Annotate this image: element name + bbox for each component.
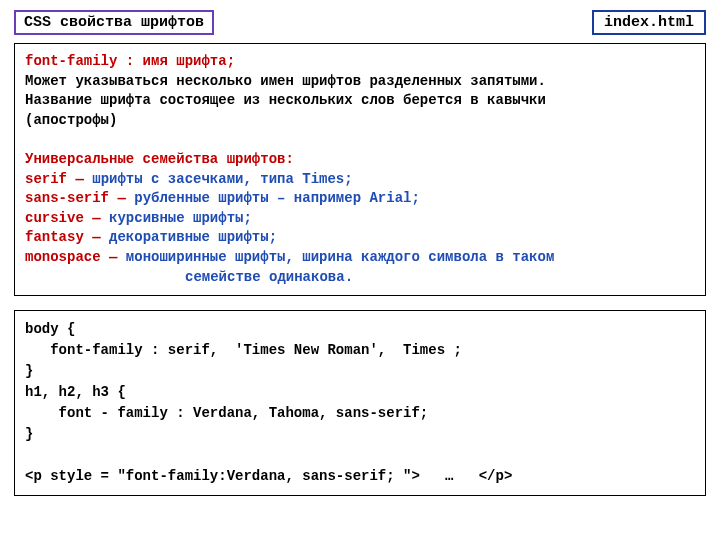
family-desc: шрифты с засечками, типа Times; bbox=[92, 171, 352, 187]
family-row: fantasy — декоративные шрифты; bbox=[25, 228, 695, 248]
dash: — bbox=[109, 190, 134, 206]
families-heading: Универсальные семейства шрифтов: bbox=[25, 150, 695, 170]
header-row: CSS свойства шрифтов index.html bbox=[14, 10, 706, 35]
family-row: cursive — курсивные шрифты; bbox=[25, 209, 695, 229]
family-row: monospace — моноширинные шрифты, ширина … bbox=[25, 248, 695, 268]
family-desc: моноширинные шрифты, ширина каждого симв… bbox=[126, 249, 554, 265]
description-box: font-family : имя шрифта; Может указыват… bbox=[14, 43, 706, 296]
code-example-box: body { font-family : serif, 'Times New R… bbox=[14, 310, 706, 496]
dash: — bbox=[84, 229, 109, 245]
family-desc: курсивные шрифты; bbox=[109, 210, 252, 226]
dash: — bbox=[84, 210, 109, 226]
family-desc: декоративные шрифты; bbox=[109, 229, 277, 245]
family-desc: рубленные шрифты – например Arial; bbox=[134, 190, 420, 206]
family-name: monospace bbox=[25, 249, 101, 265]
dash: — bbox=[67, 171, 92, 187]
family-desc-cont: семействе одинакова. bbox=[25, 268, 353, 288]
page-title: CSS свойства шрифтов bbox=[14, 10, 214, 35]
filename-label: index.html bbox=[592, 10, 706, 35]
property-syntax: font-family : имя шрифта; bbox=[25, 53, 235, 69]
family-name: fantasy bbox=[25, 229, 84, 245]
family-row: serif — шрифты с засечками, типа Times; bbox=[25, 170, 695, 190]
desc-line: (апострофы) bbox=[25, 111, 695, 131]
dash: — bbox=[101, 249, 126, 265]
desc-line: Может указываться несколько имен шрифтов… bbox=[25, 72, 695, 92]
family-name: sans-serif bbox=[25, 190, 109, 206]
family-name: cursive bbox=[25, 210, 84, 226]
family-name: serif bbox=[25, 171, 67, 187]
desc-line: Название шрифта состоящее из нескольких … bbox=[25, 91, 695, 111]
family-row: семействе одинакова. bbox=[25, 268, 695, 288]
family-row: sans-serif — рубленные шрифты – например… bbox=[25, 189, 695, 209]
